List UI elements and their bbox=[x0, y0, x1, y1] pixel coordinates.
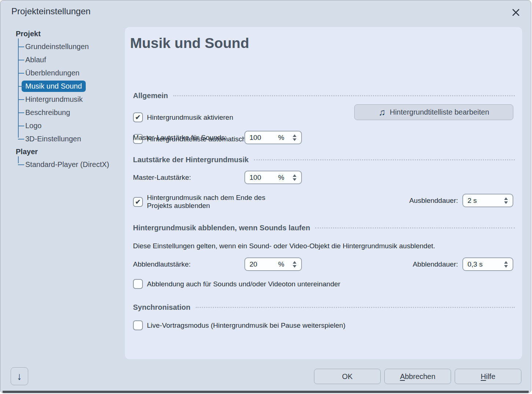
project-settings-dialog: Projekteinstellungen Projekt Grundeinste… bbox=[0, 0, 531, 393]
dialog-footer-buttons: OK Abbrechen Hilfe bbox=[314, 369, 521, 384]
spinner-arrows[interactable] bbox=[293, 134, 296, 141]
checkbox-abblendung-sounds-videoton[interactable] bbox=[133, 279, 143, 289]
spinner-up-icon[interactable] bbox=[504, 197, 508, 200]
section-divider bbox=[315, 227, 515, 228]
sidebar-item-logo[interactable]: Logo bbox=[16, 119, 126, 132]
section-divider bbox=[196, 307, 515, 308]
abblenddauer-field: Abblenddauer: 0,3 s bbox=[413, 257, 513, 271]
spinner-down-icon[interactable] bbox=[293, 265, 296, 268]
spinner-arrows[interactable] bbox=[504, 261, 508, 268]
spinner-up-icon[interactable] bbox=[293, 261, 296, 264]
ausblenddauer-label: Ausblenddauer: bbox=[409, 194, 458, 207]
abblendlautstaerke-label: Abblendlautstärke: bbox=[133, 257, 191, 271]
sidebar-item-hintergrundmusik[interactable]: Hintergrundmusik bbox=[16, 93, 126, 106]
check-icon: ✔ bbox=[135, 198, 141, 205]
spinner-down-icon[interactable] bbox=[293, 178, 296, 181]
master-volume-spinner[interactable]: 100 % bbox=[244, 171, 302, 184]
help-button[interactable]: Hilfe bbox=[455, 369, 521, 384]
close-icon[interactable] bbox=[510, 7, 521, 18]
section-divider bbox=[254, 159, 515, 160]
master-volume-label: Master-Lautstärke: bbox=[133, 171, 191, 184]
sidebar-item-standard-player-directx[interactable]: Standard-Player (DirectX) bbox=[16, 158, 126, 171]
checkbox-row-live-vortragsmodus: Live-Vortragsmodus (Hintergrundmusik bei… bbox=[133, 320, 346, 330]
scroll-down-button[interactable]: ↓ bbox=[11, 367, 28, 385]
section-header-allgemein: Allgemein bbox=[133, 92, 515, 100]
down-arrow-icon: ↓ bbox=[17, 371, 22, 382]
checkbox-row-hintergrundmusik-aktivieren: ✔ Hintergrundmusik aktivieren bbox=[133, 112, 233, 122]
checkbox-row-fade-at-end: ✔ Hintergrundmusik nach dem Ende des Pro… bbox=[133, 194, 291, 210]
abblendlautstaerke-spinner[interactable]: 20 % bbox=[244, 257, 302, 271]
section-header-synchronisation: Synchronisation bbox=[133, 303, 515, 312]
spinner-value[interactable]: 2 s bbox=[468, 197, 477, 205]
abblenden-description: Diese Einstellungen gelten, wenn ein Sou… bbox=[133, 242, 435, 250]
spinner-value[interactable]: 100 bbox=[250, 134, 261, 142]
settings-nav-tree: Projekt Grundeinstellungen Ablauf Überbl… bbox=[16, 27, 126, 171]
spinner-arrows[interactable] bbox=[293, 174, 296, 181]
window-title: Projekteinstellungen bbox=[11, 6, 90, 16]
page-title: Musik und Sound bbox=[130, 35, 249, 51]
spinner-down-icon[interactable] bbox=[504, 265, 508, 268]
cancel-button[interactable]: Abbrechen bbox=[384, 369, 451, 384]
sidebar-item-3d-einstellungen[interactable]: 3D-Einstellungen bbox=[16, 132, 126, 145]
section-header-abblenden: Hintergrundmusik abblenden, wenn Sounds … bbox=[133, 224, 515, 232]
sidebar-item-ablauf[interactable]: Ablauf bbox=[16, 53, 126, 66]
spinner-value[interactable]: 20 bbox=[250, 260, 257, 268]
spinner-up-icon[interactable] bbox=[504, 261, 508, 264]
nav-group-header-player: Player bbox=[16, 145, 126, 158]
spinner-unit: % bbox=[278, 134, 284, 142]
spinner-down-icon[interactable] bbox=[504, 201, 508, 204]
sidebar-item-musik-und-sound[interactable]: Musik und Sound bbox=[16, 79, 126, 93]
edit-background-titlelist-button[interactable]: ♫ Hintergrundtitelliste bearbeiten bbox=[354, 104, 513, 120]
spinner-up-icon[interactable] bbox=[293, 134, 296, 137]
master-volume-sounds-label: Master-Lautstärke für Sounds: bbox=[133, 131, 227, 144]
spinner-down-icon[interactable] bbox=[293, 138, 296, 141]
sidebar-item-grundeinstellungen[interactable]: Grundeinstellungen bbox=[16, 40, 126, 53]
checkbox-fade-at-end[interactable]: ✔ bbox=[133, 197, 143, 207]
section-header-lautstaerke: Lautstärke der Hintergrundmusik bbox=[133, 156, 515, 164]
window-bottom-edge bbox=[3, 391, 529, 393]
spinner-unit: % bbox=[278, 260, 284, 268]
checkbox-hintergrundmusik-aktivieren[interactable]: ✔ bbox=[133, 112, 143, 122]
spinner-unit: % bbox=[278, 174, 284, 182]
checkbox-live-vortragsmodus[interactable] bbox=[133, 320, 143, 330]
settings-content-panel: Musik und Sound Allgemein ✔ Hintergrundm… bbox=[125, 27, 522, 359]
ausblenddauer-spinner[interactable]: 2 s bbox=[462, 194, 513, 207]
spinner-arrows[interactable] bbox=[504, 197, 508, 204]
checkbox-row-abblendung-sounds-videoton: Abblendung auch für Sounds und/oder Vide… bbox=[133, 279, 340, 289]
spinner-value[interactable]: 100 bbox=[250, 174, 261, 182]
nav-group-header-projekt: Projekt bbox=[16, 27, 126, 40]
music-note-icon: ♫ bbox=[378, 108, 385, 117]
ausblenddauer-field: Ausblenddauer: 2 s bbox=[409, 194, 513, 207]
sidebar-item-beschreibung[interactable]: Beschreibung bbox=[16, 106, 126, 119]
spinner-up-icon[interactable] bbox=[293, 174, 296, 177]
check-icon: ✔ bbox=[135, 114, 141, 121]
nav-group-player: Standard-Player (DirectX) bbox=[16, 158, 126, 171]
spinner-value[interactable]: 0,3 s bbox=[468, 260, 483, 268]
abblenddauer-spinner[interactable]: 0,3 s bbox=[462, 257, 513, 271]
master-volume-sounds-spinner[interactable]: 100 % bbox=[244, 131, 302, 144]
section-divider bbox=[173, 95, 515, 96]
sidebar-item-ueberblendungen[interactable]: Überblendungen bbox=[16, 66, 126, 79]
nav-group-projekt: Grundeinstellungen Ablauf Überblendungen… bbox=[16, 40, 126, 145]
abblenddauer-label: Abblenddauer: bbox=[413, 257, 458, 271]
spinner-arrows[interactable] bbox=[293, 261, 296, 268]
ok-button[interactable]: OK bbox=[314, 369, 381, 384]
